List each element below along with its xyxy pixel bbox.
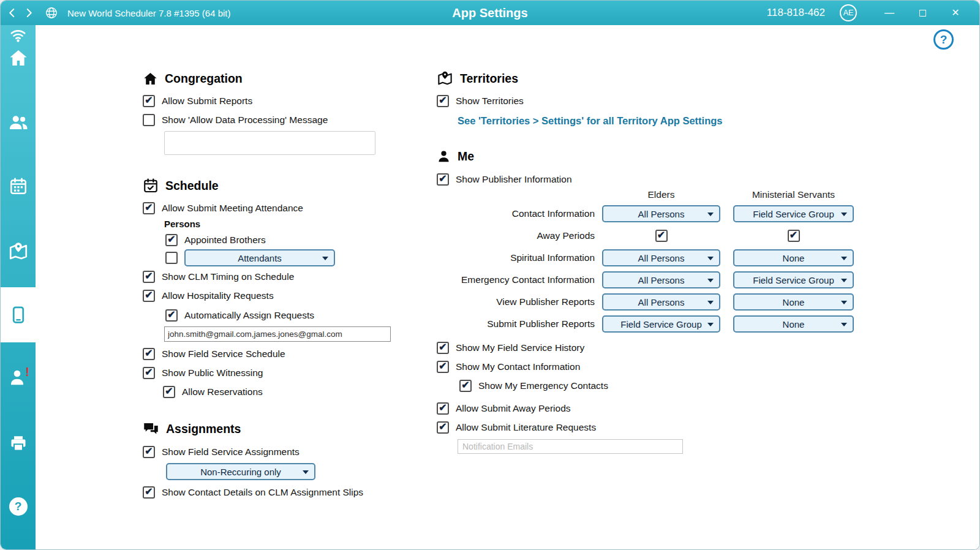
setting-row: Allow Submit Meeting Attendance [143,201,424,216]
row-label-emergency-contact-information: Emergency Contact Information [461,274,595,285]
setting-row: Attendants [165,249,424,266]
submit-publisher-reports-elders-dropdown[interactable]: Field Service Group [602,315,720,333]
column-header-elders: Elders [648,189,675,200]
user-badge[interactable]: AE [840,4,857,21]
attendants-checkbox[interactable] [165,252,178,264]
back-button[interactable] [7,7,18,18]
dropdown-value: Non-Reccuring only [200,467,281,477]
contact-information-ms-dropdown[interactable]: Field Service Group [733,205,854,222]
allow-hospitality-requests-checkbox[interactable] [143,290,155,302]
dropdown-value: Attendants [238,253,282,263]
dropdown-value: All Persons [638,209,685,219]
app-window: New World Scheduler 7.8 #1395 (64 bit) A… [0,0,980,550]
show-clm-timing-checkbox[interactable] [143,271,155,283]
sidebar-item-alerts[interactable]: ! [1,367,36,387]
setting-label: Allow Reservations [182,386,263,397]
minimize-button[interactable]: ― [873,1,906,25]
allow-submit-meeting-attendance-checkbox[interactable] [143,202,155,214]
setting-label: Allow Submit Meeting Attendance [162,203,303,214]
view-publisher-reports-elders-dropdown[interactable]: All Persons [602,293,720,311]
account-id: 118-818-462 [767,7,825,19]
show-publisher-information-checkbox[interactable] [437,173,449,186]
calendar-icon [9,177,28,195]
chevron-right-icon [23,7,34,18]
section-territories: Territories [437,70,884,86]
data-processing-message-input[interactable] [164,131,375,155]
setting-label: Appointed Brothers [184,235,266,246]
away-periods-elders-checkbox[interactable] [655,230,668,242]
setting-row: Allow Hospitality Requests [143,288,424,303]
sidebar-item-connection[interactable] [1,27,36,43]
calendar-check-icon [143,178,159,194]
maximize-button[interactable] [906,1,939,25]
allow-submit-literature-requests-checkbox[interactable] [437,421,449,434]
show-field-service-schedule-checkbox[interactable] [143,348,155,360]
setting-row: Appointed Brothers [165,233,424,247]
sidebar-item-home[interactable] [1,48,36,69]
territory-settings-note: See 'Territories > Settings' for all Ter… [458,115,884,127]
allow-submit-away-periods-checkbox[interactable] [437,402,449,415]
close-button[interactable]: ✕ [939,1,972,25]
setting-row: Show Field Service Schedule [143,347,424,361]
help-button[interactable]: ? [933,29,954,50]
section-assignments: Assignments [143,421,424,437]
automatically-assign-requests-checkbox[interactable] [165,309,178,322]
contact-information-elders-dropdown[interactable]: All Persons [602,205,720,222]
attendants-dropdown[interactable]: Attendants [184,249,335,266]
sidebar-item-schedule[interactable] [1,177,36,195]
dropdown-value: Field Service Group [753,209,834,219]
allow-submit-reports-checkbox[interactable] [143,95,155,107]
appointed-brothers-checkbox[interactable] [165,234,178,246]
chevron-left-icon [7,7,18,18]
row-label-away-periods: Away Periods [537,230,595,241]
forward-button[interactable] [23,7,34,18]
allow-reservations-checkbox[interactable] [163,386,175,398]
notification-emails-input[interactable] [458,439,683,454]
emergency-contact-ms-dropdown[interactable]: Field Service Group [733,271,854,288]
section-title: Me [458,149,474,164]
territories-map-icon [8,241,29,262]
sidebar-item-print[interactable] [1,434,36,453]
row-label-spiritual-information: Spiritual Information [510,252,595,263]
show-public-witnessing-checkbox[interactable] [143,367,155,379]
show-territories-checkbox[interactable] [437,95,449,107]
publisher-permissions-table: Elders Ministerial Servants Contact Info… [437,187,884,335]
show-my-contact-information-checkbox[interactable] [437,361,449,373]
section-title: Congregation [165,72,243,86]
show-my-emergency-contacts-checkbox[interactable] [459,380,472,392]
dropdown-value: Field Service Group [753,275,834,285]
view-publisher-reports-ms-dropdown[interactable]: None [733,293,854,311]
away-periods-ms-checkbox[interactable] [788,230,800,242]
setting-label: Show CLM Timing on Schedule [162,271,294,282]
submit-publisher-reports-ms-dropdown[interactable]: None [733,315,854,333]
person-icon [437,149,451,164]
setting-label: Show Contact Details on CLM Assignment S… [162,487,363,498]
emergency-contact-elders-dropdown[interactable]: All Persons [602,271,720,288]
dropdown-value: None [783,297,805,307]
setting-row: Show 'Allow Data Processing' Message [143,113,424,127]
setting-label: Show Field Service Assignments [162,446,300,458]
column-header-ministerial-servants: Ministerial Servants [752,189,835,200]
dropdown-value: All Persons [638,297,685,307]
sidebar-item-persons[interactable] [1,111,36,132]
setting-label: Show My Contact Information [456,361,580,372]
sidebar-item-territories[interactable] [1,241,36,262]
spiritual-information-ms-dropdown[interactable]: None [733,249,854,266]
alert-exclamation-icon: ! [25,365,29,379]
hospitality-emails-input[interactable] [164,326,391,342]
sidebar-item-app-settings[interactable] [1,306,36,324]
persons-group-label: Persons [164,219,424,229]
show-field-service-assignments-checkbox[interactable] [143,446,155,458]
spiritual-information-elders-dropdown[interactable]: All Persons [602,249,720,266]
show-data-processing-checkbox[interactable] [143,114,155,126]
dropdown-value: All Persons [638,275,685,285]
show-contact-details-checkbox[interactable] [143,486,155,499]
sidebar-item-help[interactable]: ? [1,497,36,516]
dropdown-value: None [783,319,805,330]
recurrence-dropdown[interactable]: Non-Reccuring only [166,463,315,480]
setting-label: Allow Submit Literature Requests [456,422,596,433]
globe-icon [45,6,58,20]
setting-row: Show Publisher Information [437,172,884,187]
section-schedule: Schedule [143,178,424,194]
show-my-field-service-history-checkbox[interactable] [437,342,449,354]
